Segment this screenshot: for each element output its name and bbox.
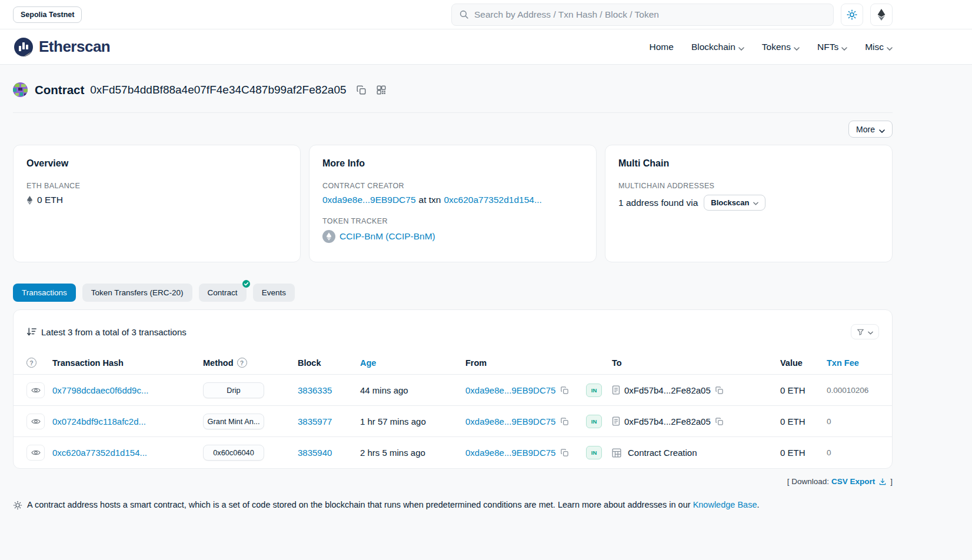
creator-address-link[interactable]: 0xda9e8e...9EB9DC75 — [322, 195, 416, 205]
copy-address-icon[interactable] — [356, 85, 367, 95]
block-link[interactable]: 3835977 — [298, 416, 360, 426]
tx-value: 0 ETH — [780, 385, 827, 395]
method-badge[interactable]: 0x60c06040 — [203, 445, 264, 461]
theme-toggle-button[interactable] — [841, 4, 863, 26]
copy-icon[interactable] — [715, 417, 724, 426]
more-info-title: More Info — [322, 158, 583, 169]
tx-value: 0 ETH — [780, 448, 827, 458]
nav-item-tokens[interactable]: Tokens — [762, 41, 800, 53]
to-address[interactable]: 0xFd57b4...2Fe82a05 — [624, 416, 711, 426]
tx-preview-button[interactable] — [26, 382, 45, 398]
col-transaction-hash: Transaction Hash — [52, 358, 203, 368]
tx-fee: 0 — [827, 448, 879, 457]
to-address[interactable]: Contract Creation — [628, 448, 697, 458]
search-bar[interactable] — [451, 4, 834, 26]
copy-icon[interactable] — [715, 386, 724, 395]
from-address-link[interactable]: 0xda9e8e...9EB9DC75 — [465, 448, 555, 458]
more-button[interactable]: More — [848, 121, 893, 138]
chevron-down-icon — [753, 198, 758, 207]
tx-preview-button[interactable] — [26, 414, 45, 429]
nav-item-home[interactable]: Home — [650, 42, 674, 52]
main-content: Contract 0xFd57b4ddBf88a4e07fF4e34C487b9… — [0, 65, 972, 510]
tx-hash-link[interactable]: 0x0724bdf9c118afc2d... — [52, 416, 203, 426]
col-txn-fee-sort[interactable]: Txn Fee — [827, 358, 879, 368]
nav-item-misc[interactable]: Misc — [865, 41, 893, 53]
from-address-link[interactable]: 0xda9e8e...9EB9DC75 — [465, 416, 555, 426]
help-circle-icon[interactable]: ? — [237, 358, 247, 368]
tx-value: 0 ETH — [780, 416, 827, 426]
tx-hash-link[interactable]: 0x7798dcdaec0f6dd9c... — [52, 385, 203, 395]
chevron-down-icon — [887, 42, 893, 53]
direction-badge: IN — [586, 384, 602, 397]
verified-check-icon — [242, 280, 250, 289]
col-from: From — [465, 358, 586, 368]
tx-hash-link[interactable]: 0xc620a77352d1d154... — [52, 448, 203, 458]
tx-fee: 0.00010206 — [827, 386, 879, 395]
chevron-down-icon — [738, 42, 744, 53]
table-row: 0xc620a77352d1d154... 0x60c06040 3835940… — [14, 437, 892, 468]
multichain-found-text: 1 address found via — [618, 198, 698, 208]
help-circle-icon[interactable]: ? — [26, 358, 36, 368]
eth-balance-label: ETH BALANCE — [26, 182, 287, 190]
brand-name: Etherscan — [39, 38, 110, 56]
method-badge[interactable]: Drip — [203, 382, 264, 398]
search-input[interactable] — [474, 9, 826, 20]
block-link[interactable]: 3836335 — [298, 385, 360, 395]
more-row: More — [13, 121, 893, 138]
tab-transactions[interactable]: Transactions — [13, 284, 76, 302]
col-block: Block — [298, 358, 360, 368]
from-address-link[interactable]: 0xda9e8e...9EB9DC75 — [465, 385, 555, 395]
table-row: 0x7798dcdaec0f6dd9c... Drip 3836335 44 m… — [14, 375, 892, 406]
download-row: [ Download: CSV Export ] — [13, 477, 893, 486]
copy-icon[interactable] — [560, 448, 569, 457]
tx-age: 44 mins ago — [360, 385, 465, 395]
csv-export-link[interactable]: CSV Export — [831, 477, 875, 486]
overview-title: Overview — [26, 158, 287, 169]
tx-age: 1 hr 57 mins ago — [360, 416, 465, 426]
to-address[interactable]: 0xFd57b4...2Fe82a05 — [624, 385, 711, 395]
download-suffix: ] — [890, 477, 893, 486]
contract-file-icon — [612, 385, 620, 395]
contract-file-icon — [612, 416, 620, 426]
transactions-summary: Latest 3 from a total of 3 transactions — [41, 327, 187, 337]
tx-preview-button[interactable] — [26, 445, 45, 461]
etherscan-logo[interactable]: Etherscan — [13, 36, 110, 58]
creation-txn-link[interactable]: 0xc620a77352d1d154... — [444, 195, 541, 205]
col-method: Method — [203, 358, 234, 368]
note-text: A contract address hosts a smart contrac… — [27, 500, 691, 509]
qr-code-icon[interactable] — [376, 85, 387, 95]
nav-bar: Etherscan Home Blockchain Tokens NFTs Mi… — [0, 29, 972, 65]
tab-events[interactable]: Events — [253, 284, 295, 302]
token-logo-icon — [322, 230, 335, 243]
tab-contract[interactable]: Contract — [199, 284, 247, 302]
method-badge[interactable]: Grant Mint An... — [203, 414, 264, 429]
eth-diamond-icon — [26, 196, 33, 205]
table-header: ? Transaction Hash Method ? Block Age Fr… — [14, 351, 892, 375]
direction-badge: IN — [586, 446, 602, 459]
table-row: 0x0724bdf9c118afc2d... Grant Mint An... … — [14, 406, 892, 437]
network-switch-button[interactable] — [870, 4, 893, 26]
nav-item-blockchain[interactable]: Blockchain — [691, 41, 744, 53]
token-tracker-link[interactable]: CCIP-BnM (CCIP-BnM) — [339, 231, 435, 242]
overview-card: Overview ETH BALANCE 0 ETH — [13, 145, 301, 262]
knowledge-base-link[interactable]: Knowledge Base — [693, 500, 757, 509]
download-prefix: [ Download: — [787, 477, 829, 486]
note-suffix: . — [757, 500, 759, 509]
transactions-card: Latest 3 from a total of 3 transactions … — [13, 309, 893, 469]
nav-item-nfts[interactable]: NFTs — [817, 41, 847, 53]
tab-bar: Transactions Token Transfers (ERC-20) Co… — [13, 284, 893, 302]
contract-header: Contract 0xFd57b4ddBf88a4e07fF4e34C487b9… — [13, 65, 893, 113]
network-badge[interactable]: Sepolia Testnet — [13, 6, 82, 23]
chevron-down-icon — [841, 42, 847, 53]
col-age-sort[interactable]: Age — [360, 358, 465, 368]
block-link[interactable]: 3835940 — [298, 448, 360, 458]
tab-token-transfers[interactable]: Token Transfers (ERC-20) — [82, 284, 192, 302]
copy-icon[interactable] — [560, 386, 569, 395]
copy-icon[interactable] — [560, 417, 569, 426]
download-icon[interactable] — [878, 478, 887, 486]
multi-chain-card: Multi Chain MULTICHAIN ADDRESSES 1 addre… — [605, 145, 893, 262]
contract-creator-label: CONTRACT CREATOR — [322, 182, 583, 190]
col-to: To — [612, 358, 780, 368]
blockscan-selector[interactable]: Blockscan — [704, 195, 765, 211]
filter-button[interactable] — [851, 324, 879, 339]
